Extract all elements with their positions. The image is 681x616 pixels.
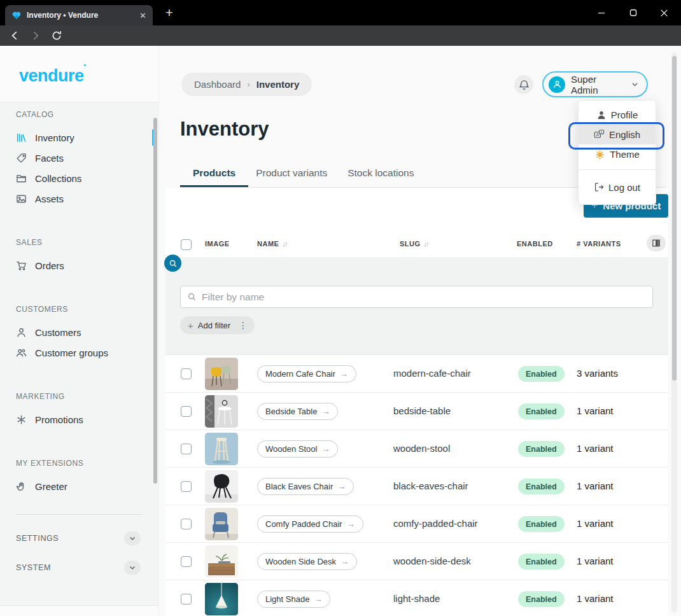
column-header-name[interactable]: NAME↓↑ xyxy=(257,240,286,248)
browser-tab[interactable]: Inventory • Vendure ✕ xyxy=(5,5,153,25)
user-avatar-icon xyxy=(549,76,565,93)
table-header: IMAGE NAME↓↑ SLUG↓↑ ENABLED # VARIANTS xyxy=(165,233,668,257)
sidebar-item-orders[interactable]: Orders xyxy=(0,255,158,276)
browser-toolbar: ! localhost:3000/admin/catalog/inventory xyxy=(0,25,681,46)
sidebar-item-inventory[interactable]: Inventory xyxy=(0,127,158,148)
tab-product-variants[interactable]: Product variants xyxy=(256,167,327,187)
status-badge: Enabled xyxy=(518,403,565,419)
sidebar-item-facets[interactable]: Facets xyxy=(0,148,158,168)
row-checkbox[interactable] xyxy=(181,406,192,417)
product-thumbnail xyxy=(205,545,238,578)
filter-input-wrap[interactable] xyxy=(180,286,653,308)
chevron-down-icon[interactable] xyxy=(124,561,141,575)
window-close-icon[interactable] xyxy=(649,0,678,25)
row-checkbox[interactable] xyxy=(181,368,192,379)
product-slug: comfy-padded-chair xyxy=(393,518,478,529)
product-thumbnail xyxy=(205,433,238,465)
row-checkbox[interactable] xyxy=(181,556,192,567)
product-name-link[interactable]: Light Shade→ xyxy=(257,591,330,608)
sidebar-item-label: Orders xyxy=(35,260,64,271)
product-name-link[interactable]: Black Eaves Chair→ xyxy=(257,478,354,495)
sidebar-item-greeter[interactable]: Greeter xyxy=(0,476,158,496)
add-filter-button[interactable]: + Add filter ⋮ xyxy=(180,316,255,334)
users-icon xyxy=(16,347,27,358)
column-settings-button[interactable] xyxy=(647,235,666,251)
row-checkbox[interactable] xyxy=(181,481,192,492)
window-minimize-icon[interactable] xyxy=(587,0,616,25)
product-name-link[interactable]: Comfy Padded Chair→ xyxy=(257,515,363,533)
product-slug: wooden-side-desk xyxy=(393,556,471,566)
sort-icon[interactable]: ↓↑ xyxy=(424,240,428,248)
back-icon[interactable] xyxy=(9,30,20,41)
tab-bar: ProductsProduct variantsStock locations xyxy=(193,160,414,187)
column-header-slug[interactable]: SLUG↓↑ xyxy=(400,240,428,248)
main-scrollbar-thumb[interactable] xyxy=(672,56,677,381)
notifications-button[interactable] xyxy=(514,75,533,94)
sidebar-item-label: Promotions xyxy=(35,414,83,425)
kebab-menu-icon[interactable]: ⋮ xyxy=(235,320,248,330)
new-tab-button[interactable]: + xyxy=(160,4,178,22)
row-checkbox[interactable] xyxy=(181,594,192,605)
column-header-variants: # VARIANTS xyxy=(577,240,621,248)
sidebar-item-customers[interactable]: Customers xyxy=(0,322,158,342)
sidebar-section-marketing: MARKETINGPromotions xyxy=(0,392,158,430)
row-checkbox[interactable] xyxy=(181,519,192,529)
section-label: SALES xyxy=(16,238,158,247)
vendure-logo[interactable]: vendure• xyxy=(19,66,86,86)
product-thumbnail xyxy=(205,395,238,428)
breadcrumb[interactable]: Dashboard › Inventory xyxy=(181,73,312,96)
product-thumbnail xyxy=(205,508,238,540)
section-label: MARKETING xyxy=(16,392,158,401)
chevron-down-icon[interactable] xyxy=(124,531,141,545)
row-checkbox[interactable] xyxy=(181,444,192,454)
sidebar-section-sales: SALESOrders xyxy=(0,238,158,276)
tab-title: Inventory • Vendure xyxy=(27,11,134,20)
product-slug: bedside-table xyxy=(393,405,451,416)
product-name-link[interactable]: Bedside Table→ xyxy=(257,403,338,420)
breadcrumb-dashboard[interactable]: Dashboard xyxy=(194,79,241,90)
window-maximize-icon[interactable] xyxy=(619,0,648,25)
sidebar-item-collections[interactable]: Collections xyxy=(0,168,158,188)
tab-stock-locations[interactable]: Stock locations xyxy=(348,167,414,187)
sidebar-section-settings[interactable]: SETTINGS xyxy=(0,524,158,553)
menu-item-theme[interactable]: Theme xyxy=(579,144,656,164)
main-scrollbar-track[interactable] xyxy=(671,52,677,612)
product-rows: Modern Cafe Chair→modern-cafe-chairEnabl… xyxy=(165,354,668,616)
tab-products[interactable]: Products xyxy=(193,167,235,187)
search-icon xyxy=(187,292,197,302)
reload-icon[interactable] xyxy=(51,30,62,41)
user-icon xyxy=(16,327,27,338)
table-row: Bedside Table→bedside-tableEnabled1 vari… xyxy=(165,392,668,430)
product-thumbnail xyxy=(205,470,238,503)
sort-icon[interactable]: ↓↑ xyxy=(282,240,286,248)
menu-item-profile[interactable]: Profile xyxy=(579,105,656,125)
product-name: Light Shade xyxy=(265,594,309,604)
product-name-link[interactable]: Modern Cafe Chair→ xyxy=(257,365,356,382)
status-badge: Enabled xyxy=(518,479,565,494)
sidebar-item-label: Assets xyxy=(35,193,64,204)
menu-item-english[interactable]: AaEnglish xyxy=(579,125,656,144)
folder-icon xyxy=(16,173,27,184)
variants-count: 1 variant xyxy=(577,556,614,566)
breadcrumb-inventory[interactable]: Inventory xyxy=(256,79,300,90)
menu-item-log-out[interactable]: Log out xyxy=(579,176,656,199)
select-all-checkbox[interactable] xyxy=(181,239,192,250)
sidebar-section-system[interactable]: SYSTEM xyxy=(0,553,158,582)
sidebar-item-assets[interactable]: Assets xyxy=(0,188,158,209)
product-name-link[interactable]: Wooden Stool→ xyxy=(257,440,338,458)
arrow-right-icon: → xyxy=(340,557,349,566)
sidebar-item-customer-groups[interactable]: Customer groups xyxy=(0,342,158,363)
sidebar-item-promotions[interactable]: Promotions xyxy=(0,409,158,430)
library-icon xyxy=(16,132,27,143)
sidebar-scrollbar[interactable] xyxy=(153,118,157,484)
product-name-link[interactable]: Wooden Side Desk→ xyxy=(257,553,357,570)
search-button[interactable] xyxy=(164,255,181,272)
tab-close-icon[interactable]: ✕ xyxy=(139,11,146,20)
sidebar-section-my-extensions: MY EXTENSIONSGreeter xyxy=(0,459,158,496)
forward-icon[interactable] xyxy=(30,30,41,41)
filter-by-name-input[interactable] xyxy=(202,291,646,303)
user-menu-button[interactable]: Super Admin xyxy=(542,71,648,97)
arrow-right-icon: → xyxy=(340,369,348,379)
svg-text:A: A xyxy=(596,132,600,137)
language-icon: Aa xyxy=(594,129,605,140)
